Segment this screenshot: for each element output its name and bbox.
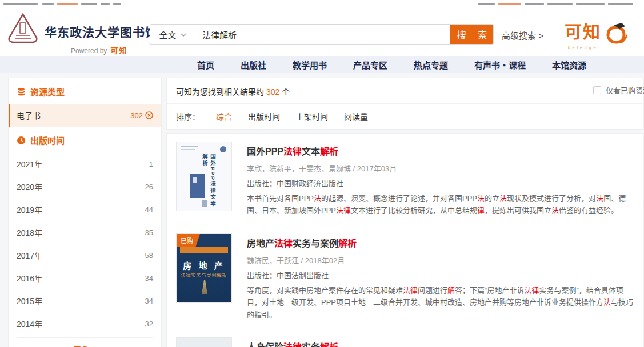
facet-label: 2017年 xyxy=(17,249,42,261)
facet-count: 58 xyxy=(145,251,153,260)
book-title-link[interactable]: 国外PPP法律文本解析 xyxy=(247,144,634,158)
sort-option-pub-time[interactable]: 出版时间 xyxy=(248,111,280,122)
search-scope-dropdown[interactable]: 全文 xyxy=(150,25,195,44)
search-bar: 全文 搜 索 xyxy=(150,24,494,45)
pub-time-section-header: 出版时间 xyxy=(9,127,161,152)
cover-subtitle: 法律实务与案例解析 xyxy=(177,272,231,278)
university-emblem-logo xyxy=(7,13,39,46)
purchased-only-toggle[interactable]: 仅看已购资源 xyxy=(593,84,644,95)
powered-by-brand: 可知 xyxy=(110,46,127,55)
keledge-sub-wordmark: keledge xyxy=(568,46,638,50)
results-list: 国外PPP法律文本解析 国外PPP法律文本解析 李欣，陈新平，于雯杰，景婉博 /… xyxy=(166,133,644,347)
facet-count: 1 xyxy=(149,160,153,168)
book-authors-date: 李欣，陈新平，于雯杰，景婉博 / 2017年03月 xyxy=(247,163,634,174)
book-cover-1[interactable]: 国外PPP法律文本解析 xyxy=(176,142,232,211)
keledge-logo[interactable]: 可知 keledge xyxy=(565,21,638,50)
result-text: 人身保险法律实务解析 恒安标准人寿保险有限公司法律部 / 2012年02月 出版… xyxy=(247,337,634,347)
facet-count: 34 xyxy=(145,274,153,283)
result-item-3: LIFE INSURANCE LAW & PRACTICE 人身保险法律 实务解… xyxy=(176,329,634,347)
facet-year-2018[interactable]: 2018年 35 xyxy=(9,221,161,244)
content-area: 资源类型 电子书 302 出版时间 2021年 1 xyxy=(0,73,644,347)
resource-type-title: 资源类型 xyxy=(30,86,65,98)
filter-sidebar: 资源类型 电子书 302 出版时间 2021年 1 xyxy=(8,78,162,347)
facet-year-2019[interactable]: 2019年 44 xyxy=(9,198,161,221)
book-description: 等角度，对实践中房地产案件存在的常见和疑难法律问题进行解答；下篇“房地产非诉法律… xyxy=(247,284,634,321)
facet-count: 44 xyxy=(145,205,153,214)
summary-suffix: 个 xyxy=(282,87,290,96)
resource-type-section-header: 资源类型 xyxy=(9,78,161,104)
pub-time-title: 出版时间 xyxy=(30,134,65,146)
facet-count: 34 xyxy=(145,297,153,305)
pub-time-more-button[interactable]: 更多 xyxy=(17,337,153,347)
nav-item-library-resources[interactable]: 本馆资源 xyxy=(552,59,586,71)
summary-prefix: 可知为您找到相关结果约 xyxy=(176,87,264,96)
facet-label: 2021年 xyxy=(17,158,42,170)
facet-year-2020[interactable]: 2020年 26 xyxy=(9,175,161,198)
facet-year-2014[interactable]: 2014年 32 xyxy=(9,312,161,335)
nav-item-hot-topics[interactable]: 热点专题 xyxy=(414,59,448,71)
results-summary: 可知为您找到相关结果约302个 仅看已购资源 xyxy=(167,78,643,104)
sort-option-shelf-time[interactable]: 上架时间 xyxy=(296,111,328,122)
keledge-swoosh-icon xyxy=(602,21,627,46)
powered-by-label: Powered by xyxy=(71,47,107,55)
sort-label: 排序： xyxy=(176,111,200,122)
facet-label: 2020年 xyxy=(17,181,42,192)
results-main: 可知为您找到相关结果约302个 仅看已购资源 排序： 综合 出版时间 上架时间 … xyxy=(166,78,644,347)
header: 华东政法大学图书馆 Powered by可知 全文 搜 索 高级搜索 > 可知 … xyxy=(0,6,644,56)
facet-label: 2019年 xyxy=(17,204,42,215)
facet-year-2016[interactable]: 2016年 34 xyxy=(9,267,161,289)
results-summary-card: 可知为您找到相关结果约302个 仅看已购资源 排序： 综合 出版时间 上架时间 … xyxy=(166,78,644,130)
summary-count: 302 xyxy=(266,87,279,96)
book-cover-2[interactable]: 已购 房 地 产 法律实务与案例解析 xyxy=(176,233,232,303)
nav-item-home[interactable]: 首页 xyxy=(197,59,214,71)
book-description: 本书首先对各国PPP法的起源、演变、概念进行了论述，并对各国PPP法的立法现状及… xyxy=(247,192,634,217)
main-nav: 首页 出版社 教学用书 产品专区 热点专题 有声书・课程 本馆资源 xyxy=(0,56,644,73)
advanced-search-link[interactable]: 高级搜索 > xyxy=(502,29,543,41)
book-authors-date: 魏济民，于跃江 / 2018年02月 xyxy=(247,255,634,265)
top-bar-clipped xyxy=(0,0,644,6)
book-title-link[interactable]: 人身保险法律实务解析 xyxy=(247,340,634,347)
result-item-1: 国外PPP法律文本解析 国外PPP法律文本解析 李欣，陈新平，于雯杰，景婉博 /… xyxy=(176,134,634,225)
facet-label: 2015年 xyxy=(17,295,42,306)
facet-count: 35 xyxy=(145,228,153,237)
search-scope-value: 全文 xyxy=(159,29,176,41)
remove-filter-icon[interactable] xyxy=(145,111,153,119)
book-title-link[interactable]: 房地产法律实务与案例解析 xyxy=(247,236,634,249)
purchased-only-checkbox[interactable] xyxy=(593,86,601,94)
facet-count: 32 xyxy=(145,320,153,328)
sort-option-reads[interactable]: 阅读量 xyxy=(344,111,368,122)
book-cover-3[interactable]: LIFE INSURANCE LAW & PRACTICE 人身保险法律 实务解… xyxy=(176,337,232,347)
database-icon xyxy=(17,87,26,96)
facet-year-2017[interactable]: 2017年 58 xyxy=(9,244,161,267)
powered-by: Powered by可知 xyxy=(50,45,127,55)
facet-count: 26 xyxy=(145,183,153,191)
nav-item-audiobooks-courses[interactable]: 有声书・课程 xyxy=(474,59,526,71)
facet-ebook-label: 电子书 xyxy=(17,110,41,121)
book-publisher: 出版社：中国财政经济出版社 xyxy=(247,177,634,188)
library-name: 华东政法大学图书馆 xyxy=(45,23,158,40)
facet-label: 2016年 xyxy=(17,272,42,284)
sort-option-comprehensive[interactable]: 综合 xyxy=(216,111,232,122)
result-text: 房地产法律实务与案例解析 魏济民，于跃江 / 2018年02月 出版社：中国法制… xyxy=(247,233,634,321)
cover-title: 房 地 产 xyxy=(177,259,231,271)
facet-label: 2018年 xyxy=(17,227,42,238)
nav-item-product-zone[interactable]: 产品专区 xyxy=(353,59,387,71)
facet-ebook-count: 302 xyxy=(130,111,143,120)
filter-card-main: 资源类型 电子书 302 出版时间 2021年 1 xyxy=(8,78,162,347)
nav-item-textbooks[interactable]: 教学用书 xyxy=(293,59,327,71)
facet-year-2021[interactable]: 2021年 1 xyxy=(9,152,161,175)
result-text: 国外PPP法律文本解析 李欣，陈新平，于雯杰，景婉博 / 2017年03月 出版… xyxy=(247,142,634,217)
keledge-wordmark: 可知 xyxy=(565,21,601,43)
sort-bar: 排序： 综合 出版时间 上架时间 阅读量 xyxy=(167,104,643,129)
facet-year-2015[interactable]: 2015年 34 xyxy=(9,289,161,312)
facet-label: 2014年 xyxy=(17,318,42,329)
book-publisher: 出版社：中国法制出版社 xyxy=(247,269,634,280)
result-item-2: 已购 房 地 产 法律实务与案例解析 房地产法律实务与案例解析 魏济民，于跃江 … xyxy=(176,225,634,329)
nav-item-publishers[interactable]: 出版社 xyxy=(241,59,266,71)
purchased-badge: 已购 xyxy=(177,234,200,247)
purchased-only-label: 仅看已购资源 xyxy=(606,84,644,95)
facet-ebook-selected[interactable]: 电子书 302 xyxy=(9,104,161,127)
chevron-down-icon xyxy=(181,33,186,37)
search-button[interactable]: 搜 索 xyxy=(450,25,493,44)
search-input[interactable] xyxy=(195,25,450,44)
